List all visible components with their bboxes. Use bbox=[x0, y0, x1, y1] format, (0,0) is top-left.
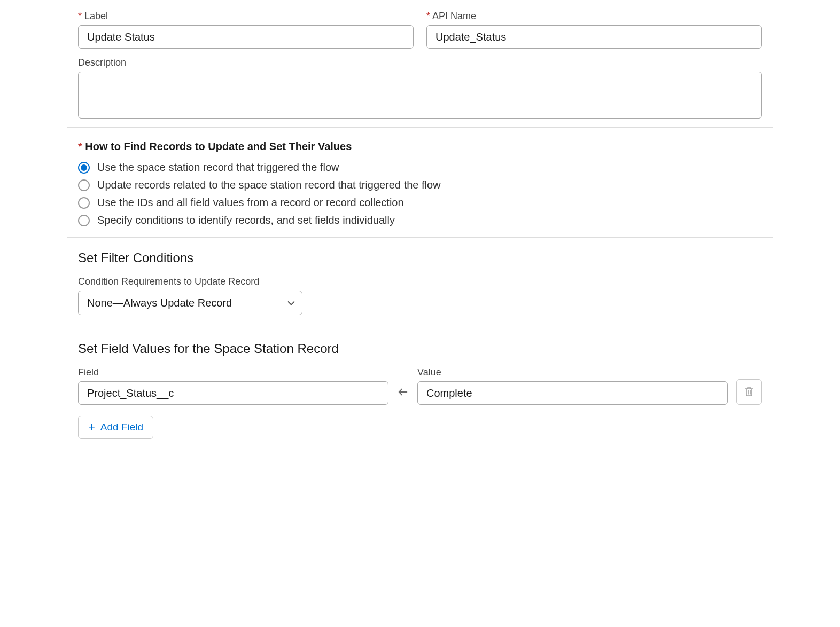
radio-icon bbox=[78, 197, 90, 209]
radio-option-3[interactable]: Specify conditions to identify records, … bbox=[78, 214, 762, 226]
field-value-rows: FieldValue bbox=[78, 367, 762, 405]
radio-option-2[interactable]: Use the IDs and all field values from a … bbox=[78, 197, 762, 209]
radio-option-1[interactable]: Update records related to the space stat… bbox=[78, 179, 762, 191]
description-field-group: Description bbox=[78, 57, 762, 119]
radio-label: Specify conditions to identify records, … bbox=[97, 214, 395, 226]
radio-label: Update records related to the space stat… bbox=[97, 179, 441, 191]
label-field-label: Label bbox=[78, 11, 414, 22]
radio-option-0[interactable]: Use the space station record that trigge… bbox=[78, 161, 762, 174]
arrow-left-icon bbox=[397, 379, 409, 405]
label-apiname-row: Label API Name bbox=[78, 11, 762, 49]
condition-requirements-label: Condition Requirements to Update Record bbox=[78, 276, 762, 287]
apiname-input[interactable] bbox=[426, 25, 762, 49]
description-field-label: Description bbox=[78, 57, 762, 68]
field-value-input[interactable] bbox=[417, 381, 728, 405]
radio-label: Use the space station record that trigge… bbox=[97, 161, 339, 174]
how-to-find-radio-group: Use the space station record that trigge… bbox=[78, 161, 762, 226]
field-value-row: FieldValue bbox=[78, 367, 762, 405]
radio-label: Use the IDs and all field values from a … bbox=[97, 197, 404, 209]
radio-icon bbox=[78, 179, 90, 191]
condition-requirements-select[interactable]: None—Always Update Record bbox=[78, 291, 302, 315]
filter-section-title: Set Filter Conditions bbox=[78, 250, 762, 265]
delete-row-button[interactable] bbox=[736, 379, 762, 405]
radio-icon bbox=[78, 215, 90, 226]
how-to-find-heading: How to Find Records to Update and Set Th… bbox=[78, 140, 762, 153]
apiname-field-group: API Name bbox=[426, 11, 762, 49]
plus-icon: + bbox=[88, 421, 95, 433]
label-input[interactable] bbox=[78, 25, 414, 49]
add-field-button[interactable]: + Add Field bbox=[78, 416, 153, 439]
add-field-button-label: Add Field bbox=[100, 421, 143, 433]
field-column-label: Field bbox=[78, 367, 388, 378]
divider bbox=[67, 127, 773, 128]
update-records-form: Label API Name Description How to Find R… bbox=[78, 11, 762, 439]
field-name-input[interactable] bbox=[78, 381, 388, 405]
label-field-group: Label bbox=[78, 11, 414, 49]
divider bbox=[67, 237, 773, 238]
apiname-field-label: API Name bbox=[426, 11, 762, 22]
condition-requirements-select-wrapper: None—Always Update Record bbox=[78, 291, 302, 315]
field-values-section-title: Set Field Values for the Space Station R… bbox=[78, 341, 762, 356]
radio-icon bbox=[78, 162, 90, 174]
divider bbox=[67, 328, 773, 328]
trash-icon bbox=[744, 386, 754, 398]
description-textarea[interactable] bbox=[78, 72, 762, 119]
value-column-label: Value bbox=[417, 367, 728, 378]
